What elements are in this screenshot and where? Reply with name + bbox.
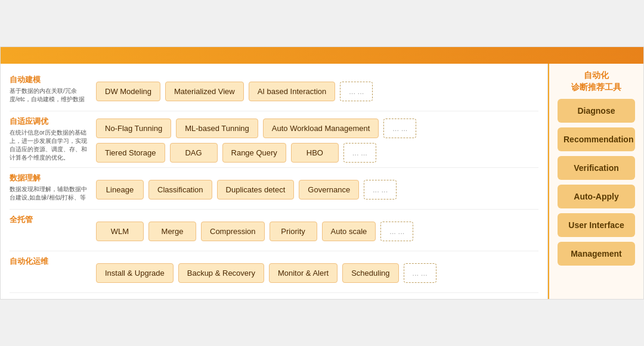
- item-box: Tiered Storage: [96, 143, 165, 163]
- row-items-container-1: No-Flag TunningML-based TunningAuto Work…: [96, 116, 538, 163]
- item-box: ML-based Tunning: [176, 119, 258, 138]
- item-box: Install & Upgrade: [96, 263, 174, 283]
- item-box: Duplicates detect: [217, 180, 295, 200]
- diagnose-button[interactable]: Diagnose: [558, 99, 635, 123]
- row-label-desc-2: 数据发现和理解，辅助数据中台建设,如血缘/相似/打标、等: [10, 185, 90, 202]
- item-box: WLM: [96, 222, 144, 241]
- header: [1, 47, 643, 64]
- item-box: Auto scale: [322, 222, 376, 241]
- item-box: DW Modeling: [96, 82, 160, 101]
- item-box: Backup & Recovery: [178, 263, 264, 283]
- item-box: Range Query: [222, 143, 286, 163]
- item-box: HBO: [291, 143, 339, 163]
- more-indicator: ... ...: [380, 222, 413, 241]
- section-row-2: 数据理解数据发现和理解，辅助数据中台建设,如血缘/相似/打标、等LineageC…: [10, 168, 538, 210]
- user-interface-button[interactable]: User Interface: [558, 213, 635, 237]
- right-panel: 自动化诊断推荐工具 DiagnoseRecommendationVerifica…: [548, 64, 643, 299]
- verification-button[interactable]: Verification: [558, 156, 635, 180]
- left-panel: 自动建模基于数据的内在关联/冗余度/etc，自动建模，维护数据DW Modeli…: [1, 64, 548, 299]
- row-label-title-3: 全托管: [10, 214, 90, 225]
- row-label-title-1: 自适应调优: [10, 116, 90, 127]
- row-items-container-0: DW ModelingMaterialized ViewAI based Int…: [96, 74, 538, 106]
- item-box: No-Flag Tunning: [96, 119, 171, 138]
- more-indicator: ... ...: [404, 263, 436, 283]
- section-row-1: 自适应调优在统计信息or历史数据的基础上，进一步发展自学习，实现自适应的资源、调…: [10, 111, 538, 168]
- item-box: Classification: [148, 180, 212, 200]
- row-label-title-2: 数据理解: [10, 173, 90, 183]
- management-button[interactable]: Management: [558, 242, 635, 266]
- row-label-0: 自动建模基于数据的内在关联/冗余度/etc，自动建模，维护数据: [10, 74, 96, 106]
- row-items-container-2: LineageClassificationDuplicates detectGo…: [96, 173, 538, 204]
- section-row-4: 自动化运维Install & UpgradeBackup & RecoveryM…: [10, 251, 538, 293]
- row-items-container-4: Install & UpgradeBackup & RecoveryMonito…: [96, 256, 538, 288]
- recommendation-button[interactable]: Recommendation: [558, 127, 635, 151]
- row-label-title-4: 自动化运维: [10, 256, 90, 267]
- right-panel-title: 自动化诊断推荐工具: [571, 70, 621, 93]
- more-indicator: ... ...: [340, 82, 373, 101]
- item-box: AI based Interaction: [249, 82, 336, 101]
- row-label-desc-0: 基于数据的内在关联/冗余度/etc，自动建模，维护数据: [10, 87, 90, 104]
- auto-apply-button[interactable]: Auto-Apply: [558, 185, 635, 208]
- section-row-3: 全托管WLMMergeCompressionPriorityAuto scale…: [10, 210, 538, 251]
- item-box: DAG: [170, 143, 218, 163]
- row-label-title-0: 自动建模: [10, 74, 90, 85]
- item-box: Auto Workload Management: [263, 119, 379, 138]
- item-group-1-1: Tiered StorageDAGRange QueryHBO... ...: [96, 143, 538, 163]
- row-label-4: 自动化运维: [10, 256, 96, 288]
- item-box: Priority: [270, 222, 317, 241]
- item-box: Governance: [299, 180, 359, 200]
- item-box: Monitor & Alert: [269, 263, 338, 283]
- row-label-1: 自适应调优在统计信息or历史数据的基础上，进一步发展自学习，实现自适应的资源、调…: [10, 116, 96, 163]
- item-group-1-0: No-Flag TunningML-based TunningAuto Work…: [96, 119, 538, 138]
- main-container: 自动建模基于数据的内在关联/冗余度/etc，自动建模，维护数据DW Modeli…: [0, 46, 644, 300]
- item-box: Lineage: [96, 180, 144, 200]
- row-label-2: 数据理解数据发现和理解，辅助数据中台建设,如血缘/相似/打标、等: [10, 173, 96, 204]
- item-box: Merge: [148, 222, 196, 241]
- more-indicator: ... ...: [343, 143, 376, 163]
- item-box: Materialized View: [165, 82, 244, 101]
- item-box: Scheduling: [342, 263, 398, 283]
- item-box: Compression: [201, 222, 265, 241]
- content-area: 自动建模基于数据的内在关联/冗余度/etc，自动建模，维护数据DW Modeli…: [1, 64, 643, 299]
- more-indicator: ... ...: [364, 180, 397, 200]
- row-label-desc-1: 在统计信息or历史数据的基础上，进一步发展自学习，实现自适应的资源、调度、存、和…: [10, 129, 90, 162]
- more-indicator: ... ...: [383, 119, 416, 138]
- section-row-0: 自动建模基于数据的内在关联/冗余度/etc，自动建模，维护数据DW Modeli…: [10, 70, 538, 111]
- row-label-3: 全托管: [10, 214, 96, 246]
- row-items-container-3: WLMMergeCompressionPriorityAuto scale...…: [96, 214, 538, 246]
